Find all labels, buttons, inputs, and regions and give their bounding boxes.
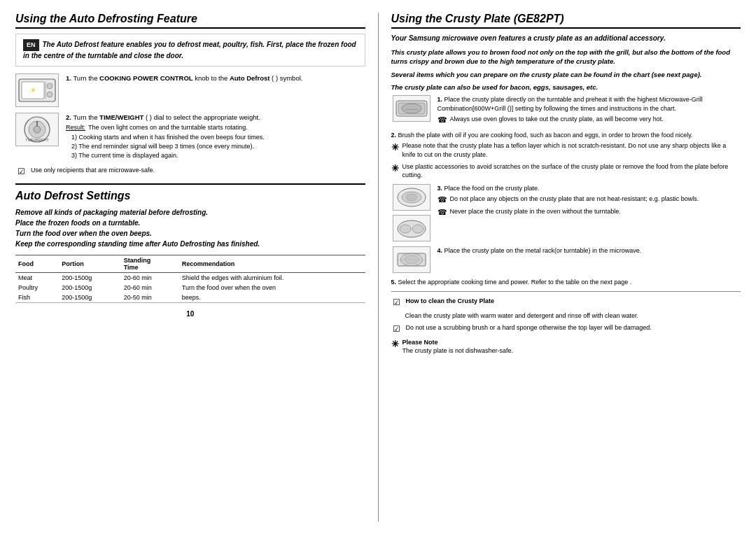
crusty-plate-svg-3a <box>395 185 428 209</box>
step-1-row: ⚡ 1. Turn the COOKING POWER CONTROL knob… <box>15 73 365 107</box>
table-row-meat: Meat 200-1500g 20-60 min Shield the edge… <box>15 273 365 283</box>
section-auto-defrost: Using the Auto Defrosting Feature ENThe … <box>15 13 365 176</box>
phone-icon-2: ☎ <box>438 195 447 205</box>
crusty-step-2: 2. Brush the plate with oil if you are c… <box>391 131 741 180</box>
section-divider <box>15 183 365 185</box>
cleaning-icon: ☑ <box>391 297 402 309</box>
standing-meat: 20-60 min <box>121 273 179 283</box>
defrost-steps: ⚡ 1. Turn the COOKING POWER CONTROL knob… <box>15 73 365 160</box>
instruction-3: Turn the food over when the oven beeps. <box>15 228 365 239</box>
food-poultry: Poultry <box>15 283 59 293</box>
cleaning-separator <box>391 291 741 292</box>
svg-point-3 <box>47 92 52 97</box>
step-2-result: Result: The oven light comes on and the … <box>66 123 365 132</box>
svg-text:~~~~~: ~~~~~ <box>405 107 418 111</box>
crusty-plate-svg-3b <box>395 216 428 240</box>
section-title-defrost: Using the Auto Defrosting Feature <box>15 13 365 29</box>
svg-text:TIME/WEIGHT: TIME/WEIGHT <box>25 138 48 142</box>
rec-meat: Shield the edges with aluminium foil. <box>179 273 365 283</box>
step-2-image: TIME/WEIGHT <box>15 113 59 146</box>
step3-note1-text: Do not place any objects on the crusty p… <box>450 195 699 205</box>
result-text: The oven light comes on and the turntabl… <box>88 123 248 132</box>
crusty-plate-img-1: ~~~~~ <box>393 95 430 122</box>
defrost-instructions: Remove all kinds of packaging material b… <box>15 207 365 249</box>
instruction-2: Place the frozen foods on a turntable. <box>15 218 365 228</box>
step-1-content: 1. Turn the COOKING POWER CONTROL knob t… <box>66 73 365 83</box>
en-badge: EN <box>23 39 39 51</box>
step-1-image: ⚡ <box>15 73 59 107</box>
crusty-step-4: 4. Place the crusty plate on the metal r… <box>391 246 741 273</box>
crusty-plate-img-3b <box>393 215 430 241</box>
step2-note1: ✳ Please note that the crusty plate has … <box>391 141 741 159</box>
crusty-plate-img-4 <box>393 246 430 273</box>
note-text: Use only recipients that are microwave-s… <box>31 167 155 174</box>
rec-fish: beeps. <box>179 293 365 303</box>
svg-point-19 <box>400 225 411 233</box>
svg-text:⚡: ⚡ <box>30 87 36 93</box>
step2-note2: ✳ Use plastic accessories to avoid scrat… <box>391 162 741 180</box>
col-portion: Portion <box>59 255 120 273</box>
crusty-step-3-content: 3. Place the food on the crusty plate. ☎… <box>438 184 741 218</box>
note-icon: ☑ <box>15 167 27 176</box>
cleaning-note2-text: Do not use a scrubbing brush or a hard s… <box>406 323 652 332</box>
section-title-crusty: Using the Crusty Plate (GE82PT) <box>391 13 741 29</box>
svg-point-8 <box>34 126 41 133</box>
crusty-steps-container: ~~~~~ 1. Place the crusty plate directly… <box>391 95 741 356</box>
crusty-plate-svg-4 <box>395 248 428 272</box>
step3-note2-text: Never place the crusty plate in the oven… <box>450 207 621 218</box>
standing-fish: 20-50 min <box>121 293 179 303</box>
step-2-num: 2. <box>66 113 71 121</box>
standing-poultry: 20-60 min <box>121 283 179 293</box>
cleaning-section: ☑ How to clean the Crusty Plate Clean th… <box>391 297 741 355</box>
crusty-step-4-content: 4. Place the crusty plate on the metal r… <box>438 246 741 255</box>
auto-defrost-settings-title: Auto Defrost Settings <box>15 190 365 202</box>
please-note-row: ✳ Please NoteThe crusty plate is not dis… <box>391 338 741 356</box>
svg-point-17 <box>406 194 417 201</box>
result-label: Result: <box>66 123 85 132</box>
portion-poultry: 200-1500g <box>59 283 120 293</box>
crusty-step-1-content: 1. Place the crusty plate directly on th… <box>438 95 741 126</box>
step-2-row: TIME/WEIGHT 2. Turn the TIME/WEIGHT ( ) … <box>15 113 365 160</box>
intro-text: The Auto Defrost feature enables you to … <box>23 41 356 59</box>
crusty-para1: This crusty plate allows you to brown fo… <box>391 48 741 66</box>
microwave-svg: ⚡ <box>18 76 57 104</box>
crusty-para2: Several items which you can prepare on t… <box>391 70 741 79</box>
cleaning-title-row: ☑ How to clean the Crusty Plate <box>391 297 741 309</box>
right-column: Using the Crusty Plate (GE82PT) Your Sam… <box>378 13 741 521</box>
left-column: Using the Auto Defrosting Feature ENThe … <box>15 13 365 521</box>
instruction-4: Keep the corresponding standing time aft… <box>15 239 365 249</box>
step2-note1-text: Please note that the crusty plate has a … <box>402 141 741 159</box>
asterisk-icon-1: ✳ <box>391 141 399 154</box>
food-fish: Fish <box>15 293 59 303</box>
section-auto-defrost-settings: Auto Defrost Settings Remove all kinds o… <box>15 190 365 303</box>
asterisk-icon-3: ✳ <box>391 338 399 351</box>
table-row-fish: Fish 200-1500g 20-50 min beeps. <box>15 293 365 303</box>
step1-subnote-text: Always use oven gloves to take out the c… <box>450 115 664 125</box>
asterisk-icon-2: ✳ <box>391 162 399 175</box>
cleaning-title-text: How to clean the Crusty Plate <box>406 297 495 306</box>
step-2-content: 2. Turn the TIME/WEIGHT ( ) dial to sele… <box>66 113 365 160</box>
crusty-plate-svg-1: ~~~~~ <box>395 97 428 120</box>
portion-meat: 200-1500g <box>59 273 120 283</box>
crusty-step-3: 3. Place the food on the crusty plate. ☎… <box>391 184 741 241</box>
instruction-1: Remove all kinds of packaging material b… <box>15 207 365 218</box>
svg-point-2 <box>47 83 52 89</box>
step-1-num: 1. <box>66 74 71 82</box>
cleaning-icon-2: ☑ <box>391 323 402 335</box>
step3-note1: ☎ Do not place any objects on the crusty… <box>438 195 741 205</box>
crusty-step-1: ~~~~~ 1. Place the crusty plate directly… <box>391 95 741 126</box>
step-2-subitems: 1) Cooking starts and when it has finish… <box>71 133 365 160</box>
step3-note2: ☎ Never place the crusty plate in the ov… <box>438 207 741 218</box>
crusty-para3: The crusty plate can also be used for ba… <box>391 83 741 92</box>
cleaning-text: Clean the crusty plate with warm water a… <box>405 311 741 321</box>
intro-box: ENThe Auto Defrost feature enables you t… <box>15 34 365 66</box>
crusty-img-4 <box>391 246 432 273</box>
food-meat: Meat <box>15 273 59 283</box>
cleaning-note2-row: ☑ Do not use a scrubbing brush or a hard… <box>391 323 741 335</box>
col-recommendation: Recommendation <box>179 255 365 273</box>
table-row-poultry: Poultry 200-1500g 20-60 min Turn the foo… <box>15 283 365 293</box>
please-note-text: Please NoteThe crusty plate is not dishw… <box>402 338 514 356</box>
col-standing: StandingTime <box>121 255 179 273</box>
crusty-intro: Your Samsung microwave oven features a c… <box>391 34 741 43</box>
dial-svg: TIME/WEIGHT <box>22 115 52 144</box>
